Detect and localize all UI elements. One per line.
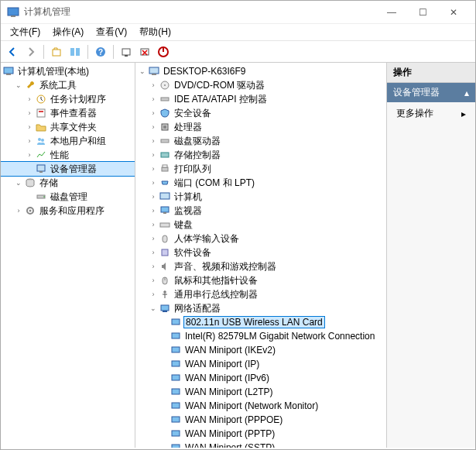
device-cat-hid[interactable]: ›人体学输入设备 bbox=[135, 232, 386, 246]
tree-local-users[interactable]: › 本地用户和组 bbox=[1, 134, 135, 148]
expand-toggle[interactable]: › bbox=[148, 81, 159, 89]
tree-storage[interactable]: ⌄ 存储 bbox=[1, 176, 135, 190]
menu-action[interactable]: 操作(A) bbox=[46, 24, 90, 40]
actions-section[interactable]: 设备管理器 ▴ bbox=[387, 83, 475, 102]
tree-performance[interactable]: › 性能 bbox=[1, 148, 135, 162]
menu-help[interactable]: 帮助(H) bbox=[133, 24, 177, 40]
expand-toggle[interactable]: › bbox=[148, 263, 159, 270]
device-cat-disk-drives[interactable]: ›磁盘驱动器 bbox=[135, 134, 386, 148]
network-adapter-icon bbox=[170, 386, 182, 398]
device-cat-network[interactable]: ⌄网络适配器 bbox=[135, 301, 386, 315]
collapse-toggle[interactable]: ⌄ bbox=[13, 179, 24, 187]
collapse-toggle[interactable]: ⌄ bbox=[13, 81, 24, 89]
menu-file[interactable]: 文件(F) bbox=[4, 24, 46, 40]
device-label: WAN Miniport (IP) bbox=[184, 359, 260, 369]
sound-icon bbox=[159, 260, 171, 273]
device-cat-sound[interactable]: ›声音、视频和游戏控制器 bbox=[135, 259, 386, 273]
expand-toggle[interactable]: › bbox=[148, 165, 159, 173]
svg-rect-46 bbox=[172, 319, 180, 325]
adapter-wan-sstp[interactable]: WAN Miniport (SSTP) bbox=[135, 441, 386, 448]
expand-toggle[interactable]: › bbox=[148, 193, 159, 201]
expand-toggle[interactable]: › bbox=[24, 109, 35, 117]
adapter-wan-ikev2[interactable]: WAN Miniport (IKEv2) bbox=[135, 343, 386, 357]
svg-rect-15 bbox=[39, 111, 43, 112]
expand-toggle[interactable]: › bbox=[24, 151, 35, 159]
menu-view[interactable]: 查看(V) bbox=[90, 24, 133, 40]
tree-label: 任务计划程序 bbox=[50, 93, 107, 106]
expand-toggle[interactable]: › bbox=[24, 137, 35, 145]
device-cat-software[interactable]: ›软件设备 bbox=[135, 246, 386, 259]
device-cat-usb[interactable]: ›通用串行总线控制器 bbox=[135, 287, 386, 301]
adapter-intel[interactable]: Intel(R) 82579LM Gigabit Network Connect… bbox=[135, 329, 386, 343]
expand-toggle[interactable]: › bbox=[148, 290, 159, 298]
device-cat-mice[interactable]: ›鼠标和其他指针设备 bbox=[135, 273, 386, 287]
expand-toggle[interactable]: › bbox=[24, 95, 35, 103]
expand-toggle[interactable]: › bbox=[148, 123, 159, 131]
expand-toggle[interactable]: › bbox=[148, 179, 159, 187]
tree-event-viewer[interactable]: › 事件查看器 bbox=[1, 106, 135, 120]
device-tree-pane[interactable]: ⌄ DESKTOP-K63I6F9 ›DVD/CD-ROM 驱动器 ›IDE A… bbox=[135, 63, 387, 448]
expand-toggle[interactable]: › bbox=[24, 123, 35, 131]
device-cat-ide[interactable]: ›IDE ATA/ATAPI 控制器 bbox=[135, 92, 386, 106]
adapter-wan-ipv6[interactable]: WAN Miniport (IPv6) bbox=[135, 371, 386, 385]
svg-rect-0 bbox=[8, 8, 19, 15]
toolbar-show-hide-button[interactable] bbox=[67, 43, 84, 60]
minimize-button[interactable]: — bbox=[376, 2, 407, 23]
tree-disk-management[interactable]: 磁盘管理 bbox=[1, 190, 135, 204]
device-cat-security[interactable]: ›安全设备 bbox=[135, 106, 386, 120]
toolbar-up-button[interactable] bbox=[48, 43, 65, 60]
toolbar-back-button[interactable] bbox=[4, 43, 21, 60]
tree-system-tools[interactable]: ⌄ 系统工具 bbox=[1, 78, 135, 92]
tree-task-scheduler[interactable]: › 任务计划程序 bbox=[1, 92, 135, 106]
adapter-wan-mon[interactable]: WAN Miniport (Network Monitor) bbox=[135, 399, 386, 413]
expand-toggle[interactable]: › bbox=[13, 207, 24, 215]
device-cat-print-queues[interactable]: ›打印队列 bbox=[135, 162, 386, 176]
toolbar-uninstall-button[interactable] bbox=[136, 43, 153, 60]
adapter-80211n[interactable]: 802.11n USB Wireless LAN Card bbox=[135, 315, 386, 329]
tree-root-computer-management[interactable]: 计算机管理(本地) bbox=[1, 64, 135, 78]
expand-toggle[interactable]: › bbox=[148, 221, 159, 228]
toolbar-forward-button[interactable] bbox=[22, 43, 39, 60]
network-adapter-icon bbox=[170, 316, 182, 328]
toolbar-enable-button[interactable] bbox=[155, 43, 172, 60]
tree-device-manager[interactable]: 设备管理器 bbox=[1, 162, 135, 176]
device-cat-storage-ctrl[interactable]: ›存储控制器 bbox=[135, 148, 386, 162]
device-cat-processors[interactable]: ›处理器 bbox=[135, 120, 386, 134]
expand-toggle[interactable]: › bbox=[148, 235, 159, 242]
maximize-button[interactable]: ☐ bbox=[407, 2, 438, 23]
collapse-toggle[interactable]: ⌄ bbox=[137, 67, 148, 75]
expand-toggle[interactable]: › bbox=[148, 95, 159, 103]
expand-toggle[interactable]: › bbox=[148, 277, 159, 284]
svg-rect-4 bbox=[76, 48, 80, 56]
close-button[interactable]: ✕ bbox=[438, 2, 469, 23]
expand-toggle[interactable]: › bbox=[148, 137, 159, 145]
device-cat-monitors[interactable]: ›监视器 bbox=[135, 204, 386, 218]
tree-shared-folders[interactable]: › 共享文件夹 bbox=[1, 120, 135, 134]
expand-toggle[interactable]: › bbox=[148, 249, 159, 256]
adapter-wan-ip[interactable]: WAN Miniport (IP) bbox=[135, 357, 386, 371]
device-cat-dvd[interactable]: ›DVD/CD-ROM 驱动器 bbox=[135, 78, 386, 92]
adapter-wan-pptp[interactable]: WAN Miniport (PPTP) bbox=[135, 427, 386, 441]
adapter-wan-l2tp[interactable]: WAN Miniport (L2TP) bbox=[135, 385, 386, 399]
device-root[interactable]: ⌄ DESKTOP-K63I6F9 bbox=[135, 64, 386, 78]
actions-more-label: 更多操作 bbox=[396, 107, 433, 120]
expand-toggle[interactable]: › bbox=[148, 151, 159, 159]
toolbar-scan-button[interactable] bbox=[118, 43, 135, 60]
left-tree-pane[interactable]: 计算机管理(本地) ⌄ 系统工具 › 任务计划程序 › 事件查看器 › 共享文件… bbox=[1, 63, 135, 448]
collapse-toggle[interactable]: ⌄ bbox=[148, 304, 159, 312]
toolbar-help-button[interactable]: ? bbox=[92, 43, 109, 60]
actions-more[interactable]: 更多操作 ▸ bbox=[387, 102, 475, 125]
expand-toggle[interactable]: › bbox=[148, 207, 159, 215]
device-cat-keyboards[interactable]: ›键盘 bbox=[135, 218, 386, 232]
network-adapter-icon bbox=[170, 344, 182, 356]
software-icon bbox=[159, 246, 171, 259]
device-cat-ports[interactable]: ›端口 (COM 和 LPT) bbox=[135, 176, 386, 190]
device-cat-computers[interactable]: ›计算机 bbox=[135, 190, 386, 204]
tree-services-apps[interactable]: › 服务和应用程序 bbox=[1, 204, 135, 218]
adapter-wan-pppoe[interactable]: WAN Miniport (PPPOE) bbox=[135, 413, 386, 427]
chevron-up-icon: ▴ bbox=[464, 88, 469, 98]
expand-toggle[interactable]: › bbox=[148, 109, 159, 117]
cpu-icon bbox=[159, 121, 171, 133]
svg-rect-47 bbox=[172, 333, 180, 338]
svg-point-17 bbox=[41, 139, 44, 142]
